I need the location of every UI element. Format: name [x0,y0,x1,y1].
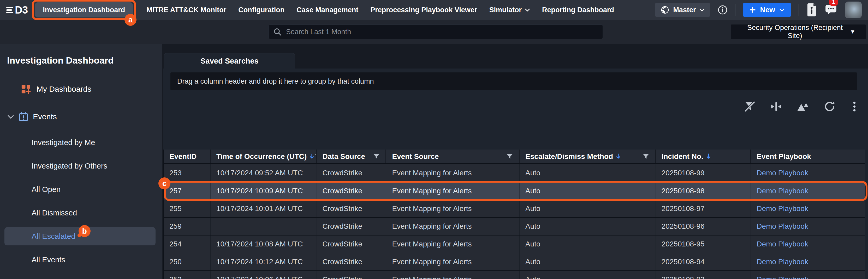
sidebar-item-all-open[interactable]: All Open [0,178,162,201]
cell-data-source: CrowdStrike [317,200,386,217]
cell-method: Auto [520,182,656,200]
playbook-link[interactable]: Demo Playbook [756,187,808,195]
new-button[interactable]: New [743,3,791,17]
nav-item-mitre-attck-monitor[interactable]: MITRE ATT&CK Monitor [146,6,226,14]
playbook-link[interactable]: Demo Playbook [756,275,808,279]
sidebar-item-all-events[interactable]: All Events [0,248,162,272]
site-selector-dropdown[interactable]: Security Operations (Recipient Site) ▼ [731,25,866,39]
sidebar-group-events[interactable]: Events [0,110,162,124]
simulator-label: Simulator [489,6,522,14]
user-avatar[interactable] [845,2,862,18]
main-content: Saved Searches Drag a column header and … [163,44,868,279]
column-header-escalate-dismiss-method[interactable]: Escalate/Dismiss Method [520,149,656,163]
release-notes-icon[interactable] [806,3,817,16]
cell-incident-no: 20250108-97 [656,200,751,217]
table-row-event-259[interactable]: 259 CrowdStrike Event Mapping for Alerts… [164,217,865,235]
table-row-event-254[interactable]: 254 10/17/2024 10:08 AM UTC CrowdStrike … [164,235,865,253]
playbook-link[interactable]: Demo Playbook [756,169,808,177]
cell-event-source: Event Mapping for Alerts [386,271,520,279]
search-icon [273,27,282,36]
cell-eventid: 250 [164,253,211,270]
clear-filter-icon[interactable] [744,101,756,112]
cell-eventid: 252 [164,271,211,279]
nav-item-configuration[interactable]: Configuration [238,6,284,14]
cell-data-source: CrowdStrike [317,164,386,182]
sidebar-item-all-escalated[interactable]: All Escalated b [0,224,162,248]
sort-desc-icon [706,153,711,160]
table-row-event-255[interactable]: 255 10/17/2024 10:01 AM UTC CrowdStrike … [164,200,865,217]
autosize-columns-icon[interactable] [797,101,810,112]
column-header-event-playbook[interactable]: Event Playbook [751,149,865,163]
d3-logo[interactable]: D3 [6,4,28,16]
cell-method: Auto [520,271,656,279]
cell-eventid: 254 [164,236,211,253]
cell-event-source: Event Mapping for Alerts [386,236,520,253]
nav-item-investigation-dashboard[interactable]: Investigation Dashboard [35,2,133,18]
tab-saved-searches[interactable]: Saved Searches [164,53,295,69]
column-header-data-source[interactable]: Data Source [317,149,386,163]
events-table: EventID Time of Occurrence (UTC) Data So… [163,149,865,279]
refresh-icon[interactable] [824,101,836,112]
nav-item-reporting-dashboard[interactable]: Reporting Dashboard [542,6,614,14]
selected-item-highlight [4,227,156,245]
column-header-event-source[interactable]: Event Source [386,149,520,163]
cell-data-source: CrowdStrike [317,218,386,235]
grid-toolbar [744,100,859,113]
column-header-eventid[interactable]: EventID [164,149,211,163]
top-nav-right: Master New [655,2,862,18]
playbook-link[interactable]: Demo Playbook [756,240,808,248]
resize-columns-icon[interactable] [770,100,782,113]
investigation-dashboard-screen: D3 Investigation Dashboard a MITRE ATT&C… [0,0,868,279]
cell-eventid: 255 [164,200,211,217]
column-header-incident-no[interactable]: Incident No. [656,149,751,163]
cell-incident-no: 20250108-99 [656,164,751,182]
d3-logo-icon [6,7,13,13]
filter-icon[interactable] [373,153,380,160]
filter-icon[interactable] [314,153,316,160]
cell-event-source: Event Mapping for Alerts [386,182,520,200]
cell-incident-no: 20250108-95 [656,236,751,253]
my-dashboards-label: My Dashboards [36,85,91,94]
table-row-event-253[interactable]: 253 10/17/2024 09:52 AM UTC CrowdStrike … [164,164,865,182]
nav-item-case-management[interactable]: Case Management [297,6,358,14]
table-row-event-257-selected[interactable]: 257 10/17/2024 10:09 AM UTC CrowdStrike … [164,182,865,200]
sort-desc-icon [616,153,621,160]
filter-icon[interactable] [643,153,649,160]
divider [735,4,736,15]
divider [799,4,799,15]
cell-event-source: Event Mapping for Alerts [386,253,520,270]
cell-method: Auto [520,164,656,182]
master-version-dropdown[interactable]: Master [655,3,710,17]
sidebar-item-all-dismissed[interactable]: All Dismissed [0,201,162,224]
chevron-down-icon [700,8,705,12]
playbook-link[interactable]: Demo Playbook [756,222,808,231]
sidebar-item-investigated-by-others[interactable]: Investigated by Others [0,154,162,178]
site-selector-value: Security Operations (Recipient Site) [740,24,850,40]
nav-item-preprocessing-playbook-viewer[interactable]: Preprocessing Playbook Viewer [370,6,477,14]
sort-desc-icon [309,153,314,160]
cell-event-source: Event Mapping for Alerts [386,200,520,217]
cell-data-source: CrowdStrike [317,253,386,270]
table-row-event-252[interactable]: 252 10/17/2024 10:06 AM UTC CrowdStrike … [164,270,865,279]
cell-time: 10/17/2024 10:09 AM UTC [211,182,317,200]
cell-eventid: 257 [164,182,211,200]
playbook-link[interactable]: Demo Playbook [756,205,808,213]
search-input[interactable] [286,28,598,36]
sidebar-item-my-dashboards[interactable]: My Dashboards [0,82,162,96]
filter-icon[interactable] [506,153,513,160]
notifications-icon[interactable]: 1 [824,4,838,16]
table-row-event-250[interactable]: 250 10/17/2024 10:12 AM UTC CrowdStrike … [164,253,865,270]
group-by-drop-zone[interactable]: Drag a column header and drop it here to… [170,72,857,90]
sidebar-item-investigated-by-me[interactable]: Investigated by Me [0,131,162,154]
annotation-a-wrap: Investigation Dashboard a [35,2,133,18]
cell-time: 10/17/2024 10:06 AM UTC [211,271,317,279]
info-icon[interactable] [718,5,727,15]
column-header-time-of-occurrence[interactable]: Time of Occurrence (UTC) [211,149,317,163]
kebab-menu-icon[interactable] [850,101,859,112]
cell-incident-no: 20250108-96 [656,218,751,235]
cell-data-source: CrowdStrike [317,182,386,200]
global-search[interactable] [269,25,603,39]
playbook-link[interactable]: Demo Playbook [756,258,808,266]
nav-item-simulator[interactable]: Simulator [489,6,530,14]
chevron-down-icon [779,8,784,12]
